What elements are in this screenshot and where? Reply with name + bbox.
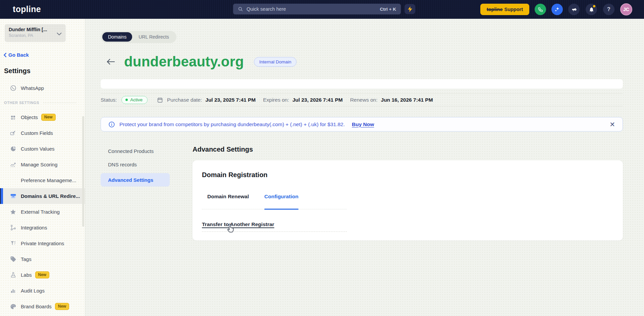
sidebar-item-label: External Tracking [21, 209, 60, 215]
whatsapp-icon [9, 85, 17, 92]
phone-button[interactable] [535, 4, 546, 15]
purchase-date-value: Jul 23, 2025 7:41 PM [205, 97, 256, 103]
new-badge: New [41, 114, 56, 121]
toolbar-placeholder [101, 79, 623, 89]
sidebar-item-label: Preference Manageme... [21, 177, 76, 183]
support-brand-label: topline [487, 7, 503, 12]
domain-status-row: Status: Active Purchase date: Jul 23, 20… [101, 93, 623, 106]
subnav-dns-records[interactable]: DNS records [101, 158, 177, 171]
settings-columns: Connected Products DNS records Advanced … [101, 144, 623, 241]
expires-on-value: Jul 23, 2026 7:41 PM [292, 97, 343, 103]
phone-icon [538, 7, 543, 12]
user-avatar[interactable]: JC [620, 3, 632, 15]
status-value: Active [130, 97, 143, 102]
sidebar-item-preference-management[interactable]: Preference Manageme... [0, 172, 85, 188]
help-button[interactable]: ? [603, 4, 614, 15]
search-icon [238, 6, 243, 12]
card-title: Domain Registration [202, 171, 613, 179]
tag-icon [9, 256, 17, 263]
announcements-button[interactable] [568, 4, 580, 15]
chevron-down-icon [57, 31, 62, 37]
sidebar-item-private-integrations[interactable]: Private Integrations [0, 235, 85, 251]
subnav-advanced-settings[interactable]: Advanced Settings [101, 173, 170, 187]
sidebar-item-tags[interactable]: Tags [0, 251, 85, 267]
domains-tab-group: Domains URL Redirects [101, 31, 176, 43]
sidebar-item-label: Domains & URL Redire... [21, 193, 80, 199]
tab-domain-renewal[interactable]: Domain Renewal [207, 194, 249, 209]
banner-text: Protect your brand from competitors by p… [119, 121, 345, 127]
quick-actions-button[interactable] [405, 4, 415, 14]
org-location: Scranton, PA [9, 33, 62, 38]
help-icon: ? [607, 6, 610, 12]
sidebar-item-integrations[interactable]: Integrations [0, 220, 85, 235]
top-header: topline Quick search here Ctrl + K topli… [0, 0, 644, 19]
sidebar-item-label: Custom Fields [21, 130, 53, 136]
close-icon[interactable]: ✕ [609, 121, 615, 128]
sidebar-item-custom-values[interactable]: Custom Values [0, 141, 85, 157]
new-badge: New [55, 303, 69, 310]
sidebar-item-objects[interactable]: Objects New [0, 109, 85, 125]
sidebar-scrollbar[interactable] [82, 116, 84, 227]
sidebar-item-label: Objects [21, 114, 38, 120]
sidebar-list: WhatsApp OTHER SETTINGS Objects New Cust… [0, 80, 85, 314]
sidebar-item-labs[interactable]: Labs New [0, 267, 85, 283]
sidebar-title: Settings [4, 67, 85, 75]
purchase-date-label: Purchase date: [167, 97, 202, 103]
back-arrow-icon[interactable] [106, 58, 115, 66]
sidebar-item-audit-logs[interactable]: Audit Logs [0, 283, 85, 299]
subnav-connected-products[interactable]: Connected Products [101, 144, 177, 158]
internal-domain-badge: Internal Domain [254, 57, 297, 67]
go-back-link[interactable]: Go Back [3, 52, 29, 58]
new-badge: New [35, 271, 50, 278]
calendar-icon [157, 97, 163, 103]
sidebar-item-label: Integrations [21, 225, 47, 230]
ai-assistant-button[interactable] [551, 4, 563, 15]
expires-on-label: Expires on: [263, 97, 289, 103]
sparkles-icon [554, 6, 560, 12]
sidebar-item-label: Manage Scoring [21, 162, 57, 167]
sidebar-item-domains-url-redirects[interactable]: Domains & URL Redire... [0, 188, 85, 204]
tab-configuration[interactable]: Configuration [264, 194, 299, 209]
avatar-initials: JC [623, 7, 629, 12]
megaphone-icon [571, 7, 577, 12]
section-label: OTHER SETTINGS [4, 101, 39, 105]
domain-registration-card: Domain Registration Domain Renewal Confi… [193, 160, 623, 241]
domains-icon [9, 193, 17, 200]
transfer-registrar-link[interactable]: Transfer to Another Registrar [202, 221, 274, 227]
support-button[interactable]: topline Support [480, 4, 529, 15]
divider [202, 231, 347, 232]
sidebar-item-label: WhatsApp [21, 85, 44, 91]
filter-icon [9, 240, 17, 247]
sidebar-item-label: Tags [21, 256, 32, 262]
registration-tabbar: Domain Renewal Configuration [202, 194, 347, 209]
sidebar-item-manage-scoring[interactable]: Manage Scoring [0, 157, 85, 172]
info-icon [108, 121, 115, 128]
star-icon [9, 208, 17, 216]
search-shortcut: Ctrl + K [380, 7, 396, 12]
org-selector[interactable]: Dunder Mifflin [... Scranton, PA [5, 24, 66, 42]
sidebar-item-label: Labs [21, 272, 32, 278]
status-dot [125, 99, 128, 101]
sidebar-item-label: Audit Logs [21, 288, 45, 294]
sidebar-item-whatsapp[interactable]: WhatsApp [0, 80, 85, 96]
search-input[interactable]: Quick search here Ctrl + K [233, 4, 401, 14]
renews-on-label: Renews on: [350, 97, 378, 103]
tab-url-redirects[interactable]: URL Redirects [133, 32, 175, 42]
bars-icon [9, 287, 17, 295]
app-logo: topline [13, 4, 41, 14]
section-divider [43, 103, 76, 103]
buy-now-link[interactable]: Buy Now [352, 121, 374, 127]
domain-subnav: Connected Products DNS records Advanced … [101, 144, 177, 241]
go-back-label: Go Back [8, 52, 29, 58]
sidebar-item-external-tracking[interactable]: External Tracking [0, 204, 85, 220]
sidebar-item-custom-fields[interactable]: Custom Fields [0, 125, 85, 141]
renews-on-value: Jun 16, 2026 7:41 PM [381, 97, 433, 103]
support-label: Support [504, 7, 523, 12]
domain-name-title: dunderbeauty.org [124, 54, 244, 70]
sidebar-item-brand-boards[interactable]: Brand Boards New [0, 299, 85, 314]
tab-domains[interactable]: Domains [102, 32, 132, 42]
sidebar-item-label: Brand Boards [21, 304, 52, 309]
org-name: Dunder Mifflin [... [9, 27, 62, 32]
notifications-button[interactable] [586, 4, 597, 15]
custom-fields-icon [9, 129, 17, 137]
